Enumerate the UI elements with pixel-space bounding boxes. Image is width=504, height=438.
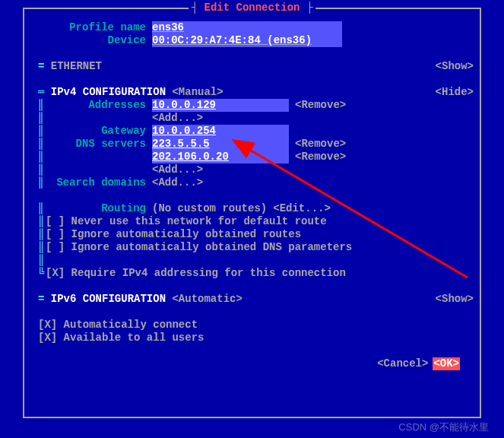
search-add-button[interactable]: <Add...> [152, 176, 203, 189]
watermark: CSDN @不能待水里 [398, 421, 489, 434]
search-domains-label: Search domains [46, 176, 152, 189]
dns-add-button[interactable]: <Add...> [152, 163, 203, 176]
ipv4-hide-button[interactable]: <Hide> [436, 86, 474, 99]
dns-remove-1[interactable]: <Remove> [289, 151, 346, 163]
gateway-label: Gateway [46, 125, 152, 138]
dns-remove-0[interactable]: <Remove> [289, 138, 346, 151]
checkbox-auto-connect[interactable]: [X] Automatically connect [38, 319, 198, 332]
checkbox-default-route[interactable]: [ ] Never use this network for default r… [46, 215, 327, 228]
profile-name-label: Profile name [30, 21, 152, 34]
cancel-button[interactable]: <Cancel> [377, 357, 428, 370]
content-area: Profile name ens36 Device 00:0C:29:A7:4E… [24, 9, 480, 376]
ethernet-show-button[interactable]: <Show> [436, 60, 474, 73]
dialog-title: ┤ Edit Connection ├ [189, 2, 316, 14]
ipv4-header: ═ IPv4 CONFIGURATION <Manual> [30, 86, 223, 99]
ipv4-mode-select[interactable]: <Manual> [172, 86, 223, 98]
checkbox-require-ipv4[interactable]: [X] Require IPv4 addressing for this con… [46, 267, 346, 280]
dns-input-0[interactable]: 223.5.5.5 [152, 138, 289, 151]
dialog-border: ┤ Edit Connection ├ Profile name ens36 D… [23, 8, 481, 418]
dns-input-1[interactable]: 202.106.0.20 [152, 151, 289, 163]
device-input[interactable]: 00:0C:29:A7:4E:84 (ens36) [152, 34, 342, 47]
gateway-input[interactable]: 10.0.0.254 [152, 125, 289, 138]
device-label: Device [30, 34, 152, 47]
address-input-0[interactable]: 10.0.0.129 [152, 99, 289, 112]
address-add-button[interactable]: <Add...> [152, 112, 203, 125]
ipv6-mode-select[interactable]: <Automatic> [172, 293, 242, 305]
ipv6-show-button[interactable]: <Show> [436, 293, 474, 306]
ethernet-header: = ETHERNET [30, 60, 102, 73]
addresses-label: Addresses [46, 99, 152, 112]
ipv6-header: = IPv6 CONFIGURATION <Automatic> [30, 293, 242, 306]
tree-line: ║ [30, 99, 46, 112]
address-remove-0[interactable]: <Remove> [289, 99, 346, 112]
ok-button[interactable]: <OK> [433, 357, 460, 370]
routing-edit-button[interactable]: <Edit...> [267, 202, 331, 215]
profile-name-input[interactable]: ens36 [152, 21, 342, 34]
checkbox-all-users[interactable]: [X] Available to all users [38, 332, 204, 344]
dns-label: DNS servers [46, 138, 152, 151]
routing-text: (No custom routes) [152, 202, 267, 215]
checkbox-ignore-dns[interactable]: [ ] Ignore automatically obtained DNS pa… [46, 241, 352, 254]
checkbox-ignore-routes[interactable]: [ ] Ignore automatically obtained routes [46, 228, 301, 241]
routing-label: Routing [46, 202, 152, 215]
